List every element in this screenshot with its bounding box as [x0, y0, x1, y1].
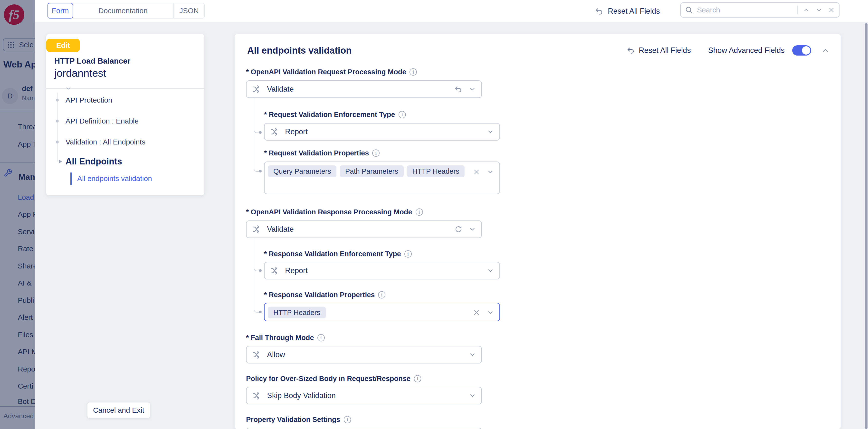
- selected-options: HTTP Headers: [268, 307, 326, 318]
- response-properties-multiselect[interactable]: HTTP Headers: [264, 303, 500, 321]
- oversized-body-policy-label: Policy for Over-Sized Body in Request/Re…: [246, 375, 410, 383]
- step-bullet: [56, 141, 59, 144]
- refresh-field-icon[interactable]: [455, 225, 462, 233]
- field-connector: [254, 98, 261, 172]
- vertical-scrollbar[interactable]: [865, 23, 868, 429]
- tab-form[interactable]: Form: [48, 3, 73, 19]
- object-name: jordanntest: [54, 67, 106, 79]
- undo-icon: [627, 46, 635, 55]
- form-reset-label: Reset All Fields: [639, 46, 691, 55]
- namespace-select-label: Sele: [19, 41, 34, 49]
- sidebar-advanced-label: Advanced: [3, 412, 34, 420]
- reset-all-fields-label: Reset All Fields: [608, 7, 660, 16]
- fall-through-mode-value: Allow: [267, 350, 285, 359]
- grid-icon: [7, 41, 15, 49]
- sidebar-item-alerts: Alert: [18, 313, 33, 321]
- form-card: All endpoints validation Reset All Field…: [235, 34, 841, 429]
- chevron-down-icon[interactable]: [469, 225, 476, 233]
- oneof-selector-icon: [252, 391, 261, 400]
- namespace-sublabel: Nam: [22, 94, 35, 101]
- selected-option-chip[interactable]: HTTP Headers: [268, 307, 326, 318]
- oneof-selector-icon: [270, 266, 280, 276]
- request-enforcement-select[interactable]: Report: [264, 123, 500, 141]
- search-input[interactable]: [696, 6, 797, 14]
- request-properties-multiselect[interactable]: Query ParametersPath ParametersHTTP Head…: [264, 161, 500, 194]
- info-icon[interactable]: [317, 334, 325, 341]
- undo-icon: [595, 7, 603, 16]
- info-icon[interactable]: [415, 208, 423, 216]
- tab-documentation[interactable]: Documentation: [73, 3, 174, 19]
- search-divider: [797, 6, 798, 14]
- step-bullet: [56, 120, 59, 123]
- collapse-steps-icon[interactable]: [65, 85, 72, 92]
- response-mode-select[interactable]: Validate: [246, 220, 482, 238]
- edit-badge: Edit: [46, 39, 80, 52]
- step-all-endpoints[interactable]: All Endpoints: [65, 156, 122, 166]
- step-validation[interactable]: Validation : All Endpoints: [65, 138, 146, 146]
- request-mode-value: Validate: [267, 85, 294, 94]
- substep-all-endpoints-validation[interactable]: All endpoints validation: [77, 175, 152, 183]
- selected-options: Query ParametersPath ParametersHTTP Head…: [268, 165, 465, 177]
- chevron-down-icon[interactable]: [469, 392, 476, 399]
- property-validation-settings-select[interactable]: [246, 428, 482, 429]
- tab-json[interactable]: JSON: [174, 3, 205, 19]
- selected-option-chip[interactable]: Path Parameters: [340, 165, 404, 177]
- sidebar-item-threat: Threa: [18, 123, 35, 131]
- step-bullet: [56, 99, 59, 101]
- step-api-protection[interactable]: API Protection: [65, 96, 112, 104]
- wrench-icon: [3, 168, 13, 177]
- clear-icon[interactable]: [473, 309, 480, 316]
- request-enforcement-value: Report: [285, 127, 308, 136]
- chevron-down-icon[interactable]: [469, 86, 476, 93]
- oversized-body-policy-value: Skip Body Validation: [267, 391, 336, 400]
- modal-top-bar: Form Documentation JSON Reset All Fields: [35, 0, 868, 23]
- info-icon[interactable]: [372, 149, 379, 157]
- active-substep-bar: [70, 172, 72, 185]
- sidebar-item-service: Servi: [18, 227, 34, 236]
- fall-through-mode-select[interactable]: Allow: [246, 346, 482, 364]
- chevron-down-icon[interactable]: [487, 309, 494, 316]
- connector-dot: [259, 269, 261, 272]
- response-enforcement-label: * Response Validation Enforcement Type: [264, 250, 401, 258]
- step-api-definition[interactable]: API Definition : Enable: [65, 117, 138, 125]
- info-icon[interactable]: [378, 291, 385, 299]
- chevron-down-icon[interactable]: [487, 267, 494, 274]
- cancel-and-exit-button[interactable]: Cancel and Exit: [87, 402, 150, 419]
- info-icon[interactable]: [409, 68, 417, 75]
- show-advanced-fields-toggle[interactable]: [792, 45, 811, 56]
- chevron-down-icon[interactable]: [469, 351, 476, 358]
- selected-option-chip[interactable]: HTTP Headers: [407, 165, 465, 177]
- info-icon[interactable]: [414, 375, 421, 382]
- request-mode-select[interactable]: Validate: [246, 81, 482, 98]
- sidebar-item-certificates: Certi: [18, 382, 33, 390]
- sidebar-item-ai: AI &: [18, 279, 32, 287]
- chevron-down-icon[interactable]: [487, 128, 494, 135]
- f5-logo: f5: [4, 4, 24, 25]
- reset-field-icon[interactable]: [454, 85, 462, 93]
- show-advanced-fields-label: Show Advanced Fields: [708, 34, 785, 67]
- search-clear-icon[interactable]: [825, 7, 839, 13]
- connector-dot: [259, 131, 261, 134]
- reset-all-fields-button[interactable]: Reset All Fields: [595, 0, 660, 22]
- info-icon[interactable]: [344, 416, 351, 423]
- selected-option-chip[interactable]: Query Parameters: [268, 165, 336, 177]
- chevron-down-icon[interactable]: [487, 168, 494, 176]
- oneof-selector-icon: [270, 127, 280, 137]
- response-enforcement-select[interactable]: Report: [264, 262, 500, 279]
- collapse-section-icon[interactable]: [821, 46, 830, 55]
- clear-icon[interactable]: [473, 168, 480, 175]
- response-enforcement-value: Report: [285, 266, 308, 275]
- multiselect-actions: [473, 168, 494, 176]
- form-reset-all-fields-button[interactable]: Reset All Fields: [627, 34, 691, 67]
- search-prev-icon[interactable]: [800, 7, 813, 13]
- search-icon: [685, 6, 693, 14]
- search-next-icon[interactable]: [813, 7, 825, 13]
- info-icon[interactable]: [399, 111, 406, 118]
- oneof-selector-icon: [252, 224, 261, 234]
- sidebar-item-bot-defense: Bot D: [18, 397, 35, 406]
- property-validation-settings-label: Property Validation Settings: [246, 416, 340, 424]
- oversized-body-policy-select[interactable]: Skip Body Validation: [246, 387, 482, 404]
- step-tree-line: [57, 93, 58, 161]
- form-title: All endpoints validation: [247, 45, 352, 56]
- info-icon[interactable]: [404, 250, 412, 257]
